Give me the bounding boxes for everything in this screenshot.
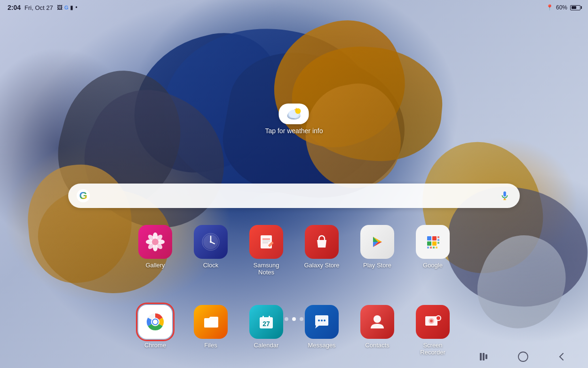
clock-label: Clock	[203, 262, 219, 269]
svg-point-41	[153, 320, 158, 324]
google-label: Google	[423, 262, 443, 269]
svg-rect-30	[432, 241, 437, 246]
svg-rect-57	[483, 353, 485, 360]
svg-rect-29	[427, 241, 431, 246]
play-store-icon	[360, 225, 394, 259]
svg-text:27: 27	[262, 320, 270, 328]
weather-tap-text: Tap for weather info	[265, 127, 323, 135]
status-bar: 2:04 Fri, Oct 27 🖼 G ▮ • 📍 60%	[0, 0, 588, 15]
galaxy-store-icon	[305, 225, 339, 259]
battery-percentage: 60%	[556, 4, 567, 11]
svg-point-5	[295, 108, 301, 114]
galaxy-store-label: Galaxy Store	[304, 262, 339, 269]
svg-point-55	[430, 320, 433, 322]
status-time: 2:04	[8, 4, 21, 11]
svg-rect-35	[437, 236, 439, 238]
svg-point-53	[437, 316, 440, 320]
svg-point-49	[324, 320, 326, 321]
svg-point-50	[373, 315, 381, 323]
samsung-notes-icon	[249, 225, 283, 259]
status-icons-left: 🖼 G ▮ •	[57, 4, 78, 11]
app-galaxy-store[interactable]: Galaxy Store	[301, 225, 343, 276]
svg-point-59	[518, 352, 528, 361]
svg-rect-56	[480, 353, 482, 360]
svg-point-20	[210, 241, 212, 243]
recent-apps-button[interactable]	[477, 349, 492, 364]
gallery-label: Gallery	[145, 262, 165, 269]
location-icon: 📍	[546, 4, 553, 11]
chrome-icon	[138, 305, 172, 339]
google-icon	[416, 225, 450, 259]
weather-widget[interactable]: + Tap for weather info	[265, 104, 323, 135]
svg-point-15	[152, 239, 159, 245]
status-left: 2:04 Fri, Oct 27 🖼 G ▮ •	[8, 4, 77, 11]
play-store-label: Play Store	[363, 262, 391, 269]
svg-rect-28	[432, 236, 437, 240]
svg-point-48	[321, 320, 323, 321]
svg-rect-33	[433, 247, 435, 248]
status-date: Fri, Oct 27	[24, 4, 53, 11]
svg-rect-58	[485, 354, 487, 359]
google-status-icon: G	[64, 5, 69, 10]
files-icon	[194, 305, 228, 339]
app-clock[interactable]: Clock	[190, 225, 232, 276]
svg-rect-45	[262, 316, 264, 319]
messages-icon	[305, 305, 339, 339]
contacts-icon	[360, 305, 394, 339]
status-right: 📍 60%	[546, 4, 580, 11]
image-status-icon: 🖼	[57, 4, 63, 11]
back-button[interactable]	[554, 349, 569, 364]
google-g-logo: G	[77, 189, 90, 202]
microphone-icon[interactable]	[498, 189, 511, 202]
calendar-icon: 27	[249, 305, 283, 339]
app-play-store[interactable]: Play Store	[356, 225, 398, 276]
svg-rect-46	[269, 316, 270, 319]
home-button[interactable]	[516, 349, 531, 364]
weather-cloud-icon: +	[286, 107, 302, 120]
clock-icon	[194, 225, 228, 259]
svg-rect-32	[430, 247, 432, 248]
svg-rect-27	[427, 236, 431, 240]
nav-bar	[0, 345, 588, 368]
app-gallery[interactable]: Gallery	[134, 225, 176, 276]
screen-recorder-icon	[416, 305, 450, 339]
notification-dot: •	[75, 4, 77, 11]
samsung-notes-label: Samsung Notes	[245, 262, 287, 276]
app-google[interactable]: Google	[412, 225, 454, 276]
svg-rect-36	[437, 239, 439, 241]
g-letter: G	[79, 190, 87, 202]
app-samsung-notes[interactable]: Samsung Notes	[245, 225, 287, 276]
app-row-1: Gallery Clock	[0, 225, 588, 276]
battery-icon	[570, 5, 580, 10]
search-bar[interactable]: G	[68, 184, 520, 208]
weather-icon-container: +	[279, 104, 309, 124]
svg-rect-34	[436, 247, 437, 248]
svg-rect-31	[427, 247, 429, 248]
svg-point-47	[318, 320, 320, 321]
gallery-icon	[138, 225, 172, 259]
svg-rect-37	[437, 242, 439, 244]
signal-icon: ▮	[70, 4, 73, 11]
